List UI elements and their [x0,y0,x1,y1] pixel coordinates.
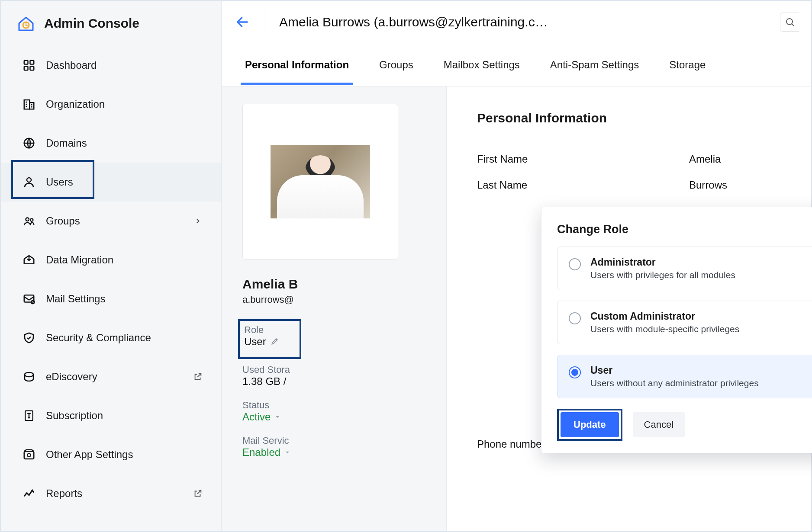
sidebar-item-reports[interactable]: Reports [1,474,221,513]
profile-display-name: Amelia B [242,277,425,292]
sidebar-item-label: Reports [46,487,82,500]
sidebar-item-data-migration[interactable]: Data Migration [1,240,221,279]
sidebar-item-label: Domains [46,137,87,149]
sidebar: Admin Console Dashboard Organization Dom… [1,1,222,531]
tab-label: Storage [669,59,706,71]
sidebar-item-organization[interactable]: Organization [1,85,221,124]
profile-sidebar: Amelia B a.burrows@ Role User Used Stora… [222,87,447,531]
mail-service-label: Mail Servic [242,435,425,446]
radio-icon [569,366,581,378]
tab-label: Groups [379,59,413,71]
sidebar-item-ediscovery[interactable]: eDiscovery [1,357,221,396]
status-block: Status Active [242,400,425,423]
avatar [271,145,370,218]
migration-icon [22,253,36,267]
apps-settings-icon [22,447,36,462]
mail-service-value-row[interactable]: Enabled [242,446,425,458]
sidebar-item-domains[interactable]: Domains [1,124,221,163]
edit-role-icon[interactable] [271,337,280,346]
app-title: Admin Console [44,16,139,31]
sidebar-item-subscription[interactable]: Subscription [1,396,221,435]
sidebar-item-security[interactable]: Security & Compliance [1,318,221,357]
svg-rect-6 [29,103,34,109]
role-option-user[interactable]: User Users without any administrator pri… [557,355,812,398]
avatar-card [242,104,398,260]
tabs: Personal Information Groups Mailbox Sett… [222,43,811,87]
main: Amelia Burrows (a.burrows@zylkertraining… [222,1,811,531]
svg-rect-2 [30,61,34,64]
globe-icon [22,136,36,151]
cancel-button[interactable]: Cancel [633,412,685,437]
role-option-custom-administrator[interactable]: Custom Administrator Users with module-s… [557,301,812,344]
used-storage-label: Used Stora [242,364,425,375]
sidebar-header: Admin Console [1,4,221,44]
modal-header: Change Role [557,223,812,236]
info-row: Last Name Burrows [477,172,781,198]
sidebar-item-users[interactable]: Users [1,163,221,202]
subscription-icon [22,408,36,423]
used-storage-block: Used Stora 1.38 GB / [242,364,425,388]
sidebar-item-other-apps[interactable]: Other App Settings [1,435,221,474]
role-block: Role User [242,322,303,352]
chevron-right-icon [193,216,203,226]
sidebar-nav: Dashboard Organization Domains Users [1,44,221,513]
svg-point-15 [27,454,31,457]
sidebar-item-mail-settings[interactable]: Mail Settings [1,279,221,318]
info-row: First Name Amelia [477,146,781,172]
sidebar-item-label: Groups [46,215,80,227]
groups-icon [22,214,36,228]
divider [265,10,265,34]
change-role-modal: Change Role Administrator Users with pri… [541,207,812,453]
tab-personal[interactable]: Personal Information [243,45,351,85]
sidebar-item-label: Other App Settings [46,449,133,461]
caret-down-icon [274,413,281,420]
info-label: Last Name [477,179,663,191]
option-desc: Users with module-specific privileges [590,324,739,334]
mail-service-value: Enabled [242,446,280,458]
back-button[interactable] [234,13,251,31]
option-title: User [590,365,759,376]
app-logo-icon [17,15,35,32]
topbar: Amelia Burrows (a.burrows@zylkertraining… [222,1,811,43]
sidebar-item-dashboard[interactable]: Dashboard [1,46,221,85]
tab-storage[interactable]: Storage [667,45,707,85]
app-root: Admin Console Dashboard Organization Dom… [0,0,812,532]
tab-label: Mailbox Settings [444,59,520,71]
radio-icon [569,258,581,270]
update-button[interactable]: Update [561,412,619,437]
modal-actions: Update Cancel [557,409,812,441]
tab-groups[interactable]: Groups [377,45,415,85]
svg-point-16 [786,19,793,25]
info-label: First Name [477,153,663,165]
role-value-row: User [244,336,299,348]
shield-icon [22,330,36,345]
status-label: Status [242,400,425,411]
tab-antispam[interactable]: Anti-Spam Settings [548,45,641,85]
sidebar-item-label: Users [46,176,73,188]
sidebar-item-label: Organization [46,98,105,110]
sidebar-item-label: eDiscovery [46,371,97,383]
user-icon [22,175,36,189]
sidebar-item-label: Dashboard [46,59,97,71]
sidebar-item-groups[interactable]: Groups [1,202,221,240]
mail-settings-icon [22,292,36,306]
page-title: Amelia Burrows (a.burrows@zylkertraining… [279,15,548,29]
role-option-administrator[interactable]: Administrator Users with privileges for … [557,247,812,290]
status-value-row[interactable]: Active [242,411,425,423]
svg-rect-1 [24,61,28,64]
radio-icon [569,312,581,324]
mail-service-block: Mail Servic Enabled [242,435,425,458]
info-value: Burrows [689,179,727,191]
highlight-box-update: Update [557,409,622,441]
svg-rect-3 [24,67,28,71]
tab-mailbox[interactable]: Mailbox Settings [442,45,522,85]
external-link-icon [193,488,203,499]
status-value: Active [242,411,271,423]
modal-title: Change Role [557,223,628,236]
svg-rect-14 [24,452,34,459]
section-title: Personal Information [477,111,781,125]
svg-point-9 [26,218,29,221]
search-button[interactable] [780,13,799,32]
profile-email: a.burrows@ [242,294,425,305]
ediscovery-icon [22,369,36,384]
